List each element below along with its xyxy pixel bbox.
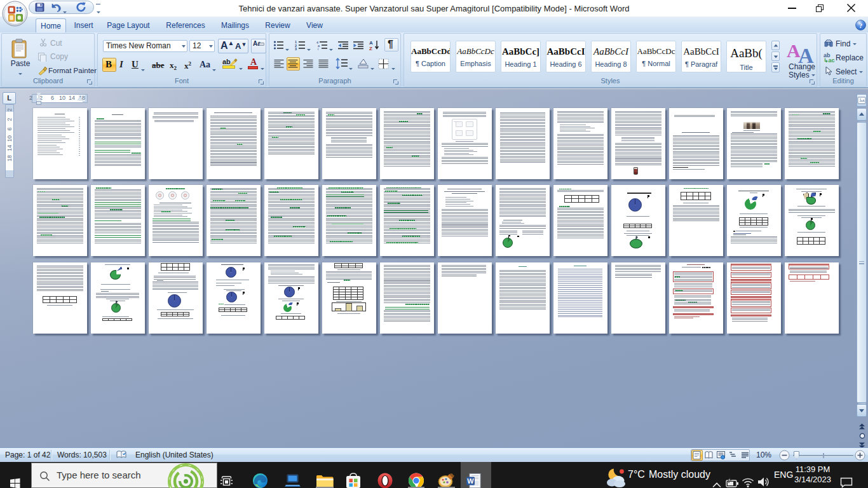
svg-text:?: ? [859,22,863,29]
svg-text:Z: Z [369,46,372,51]
svg-text:A: A [369,40,373,46]
svg-text:W: W [467,477,474,485]
svg-text:i: i [318,47,318,50]
svg-text:3: 3 [295,47,297,50]
